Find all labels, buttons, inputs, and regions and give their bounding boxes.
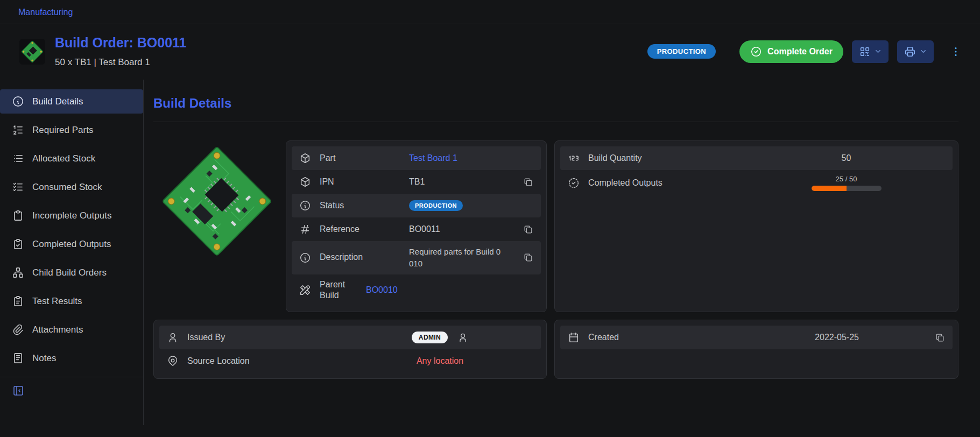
sidebar-item-completed-outputs[interactable]: Completed Outputs — [0, 232, 143, 256]
created-panel: Created 2022-05-25 — [554, 320, 958, 379]
detail-label: IPN — [320, 177, 400, 188]
part-thumbnail — [19, 39, 45, 65]
complete-order-button[interactable]: Complete Order — [739, 40, 843, 63]
notes-icon — [12, 352, 24, 364]
page-header: Build Order: BO0011 50 x TB1 | Test Boar… — [0, 24, 980, 80]
build-quantity-value: 50 — [748, 153, 945, 163]
sidebar-item-label: Notes — [32, 353, 56, 364]
heading-divider — [153, 122, 958, 122]
sidebar-item-allocated-stock[interactable]: Allocated Stock — [0, 146, 143, 171]
issued-by-row: Issued By ADMIN — [159, 326, 541, 349]
sidebar-item-label: Test Results — [32, 296, 82, 307]
build-quantity-row: Build Quantity 50 — [560, 146, 953, 170]
sidebar-item-child-build-orders[interactable]: Child Build Orders — [0, 260, 143, 285]
detail-label: Status — [320, 200, 400, 212]
list-check-icon — [12, 181, 24, 193]
detail-value: TB1 — [409, 177, 514, 187]
sidebar: Build Details Required Parts Allocated S… — [0, 80, 144, 425]
paperclip-icon — [12, 323, 24, 336]
more-actions-button[interactable] — [948, 44, 964, 60]
complete-order-label: Complete Order — [767, 47, 833, 57]
chevron-down-icon — [874, 47, 882, 55]
part-image-container — [153, 140, 280, 312]
detail-label: Reference — [320, 224, 400, 235]
completed-outputs-progress: 25 / 50 — [748, 175, 945, 191]
section-heading: Build Details — [153, 96, 958, 111]
sidebar-item-required-parts[interactable]: Required Parts — [0, 118, 143, 142]
detail-value: BO0011 — [409, 224, 514, 234]
detail-row-description: Description Required parts for Build 001… — [292, 241, 541, 274]
page-subtitle: 50 x TB1 | Test Board 1 — [55, 57, 187, 68]
calendar-icon — [568, 332, 580, 343]
copy-icon — [523, 224, 533, 235]
list-icon — [12, 152, 24, 165]
detail-label: Issued By — [187, 333, 338, 342]
sidebar-item-label: Incomplete Outputs — [32, 210, 111, 221]
copy-button[interactable] — [935, 333, 945, 343]
progress-check-icon — [568, 177, 580, 189]
detail-row-parent-build: Parent Build BO0010 — [292, 274, 541, 307]
issued-panel: Issued By ADMIN Source Location — [153, 320, 547, 379]
detail-row-status: Status PRODUCTION — [292, 194, 541, 217]
clipboard-check-icon — [12, 238, 24, 250]
detail-row-ipn: IPN TB1 — [292, 170, 541, 194]
package-icon — [299, 176, 311, 188]
build-details-panel: Part Test Board 1 IPN TB1 — [286, 140, 547, 312]
detail-label: Source Location — [187, 356, 338, 366]
hash-icon — [299, 223, 311, 235]
collapse-sidebar-button[interactable] — [12, 384, 25, 397]
copy-icon — [523, 252, 533, 263]
package-icon — [299, 152, 311, 164]
copy-icon — [523, 177, 533, 187]
progress-fill — [812, 186, 847, 191]
quantity-panel: Build Quantity 50 Completed Outputs 25 /… — [554, 140, 958, 312]
detail-row-reference: Reference BO0011 — [292, 217, 541, 241]
detail-label: Description — [320, 252, 400, 263]
parent-build-link[interactable]: BO0010 — [366, 285, 398, 294]
main-content: Build Details — [144, 80, 980, 425]
completed-outputs-row: Completed Outputs 25 / 50 — [560, 170, 953, 196]
info-circle-icon — [299, 200, 311, 212]
status-badge: PRODUCTION — [409, 200, 463, 211]
page-title: Build Order: BO0011 — [55, 35, 187, 51]
sidebar-item-notes[interactable]: Notes — [0, 346, 143, 370]
dots-vertical-icon — [950, 46, 962, 58]
copy-button[interactable] — [523, 224, 533, 235]
clipboard-text-icon — [12, 295, 24, 307]
numbers-123-icon — [568, 152, 580, 164]
sidebar-collapse-icon — [12, 384, 25, 397]
list-numbers-icon — [12, 124, 24, 136]
chevron-down-icon — [919, 47, 927, 55]
detail-label: Completed Outputs — [588, 178, 739, 188]
copy-button[interactable] — [523, 177, 533, 187]
breadcrumb: Manufacturing — [0, 0, 980, 24]
sidebar-footer — [0, 377, 143, 406]
sidebar-item-attachments[interactable]: Attachments — [0, 318, 143, 342]
sidebar-item-consumed-stock[interactable]: Consumed Stock — [0, 175, 143, 199]
detail-label: Part — [320, 153, 400, 164]
breadcrumb-manufacturing-link[interactable]: Manufacturing — [18, 8, 73, 17]
detail-value: Required parts for Build 0010 — [409, 246, 503, 270]
sidebar-item-test-results[interactable]: Test Results — [0, 289, 143, 313]
sidebar-item-build-details[interactable]: Build Details — [0, 89, 143, 114]
detail-row-part: Part Test Board 1 — [292, 146, 541, 170]
user-icon — [457, 332, 468, 343]
detail-label: Build Quantity — [588, 153, 739, 163]
user-icon — [167, 332, 179, 343]
printer-icon — [904, 46, 916, 58]
source-location-value: Any location — [417, 356, 463, 366]
barcode-actions-button[interactable] — [852, 40, 889, 63]
print-actions-button[interactable] — [897, 40, 934, 63]
sidebar-item-label: Allocated Stock — [32, 153, 95, 164]
part-link[interactable]: Test Board 1 — [409, 153, 457, 163]
admin-badge: ADMIN — [412, 332, 448, 343]
sidebar-item-label: Attachments — [32, 325, 83, 335]
copy-button[interactable] — [523, 252, 533, 263]
info-circle-icon — [299, 252, 311, 264]
clipboard-icon — [12, 209, 24, 222]
sidebar-item-label: Required Parts — [32, 125, 93, 136]
sidebar-item-label: Build Details — [32, 96, 83, 107]
sidebar-item-incomplete-outputs[interactable]: Incomplete Outputs — [0, 203, 143, 228]
sidebar-item-label: Consumed Stock — [32, 182, 102, 193]
sidebar-item-label: Completed Outputs — [32, 239, 111, 250]
